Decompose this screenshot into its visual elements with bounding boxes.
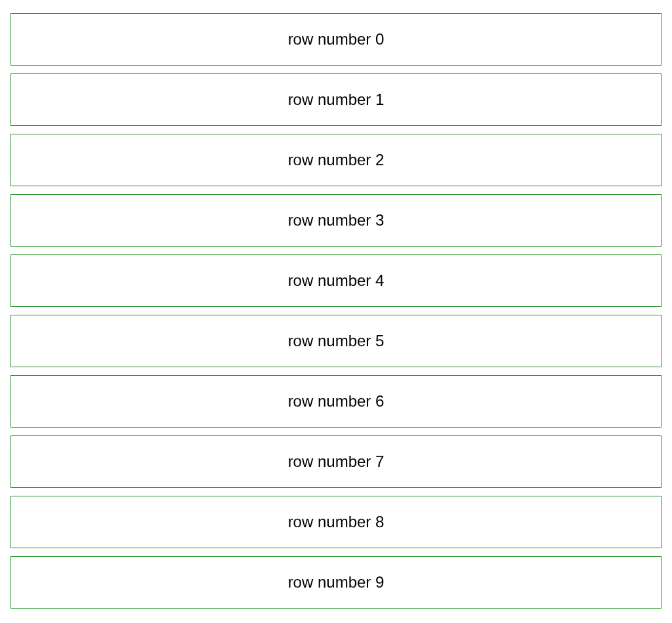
- row-label: row number 3: [288, 211, 385, 230]
- list-item: row number 7: [10, 435, 662, 488]
- row-label: row number 0: [288, 30, 385, 49]
- row-label: row number 7: [288, 452, 385, 471]
- list-item: row number 5: [10, 315, 662, 367]
- row-label: row number 1: [288, 90, 385, 109]
- row-label: row number 2: [288, 151, 385, 169]
- list-item: row number 0: [10, 13, 662, 66]
- row-list: row number 0 row number 1 row number 2 r…: [10, 13, 662, 609]
- row-label: row number 8: [288, 513, 385, 531]
- list-item: row number 4: [10, 254, 662, 307]
- row-label: row number 6: [288, 392, 385, 411]
- row-label: row number 9: [288, 573, 385, 592]
- list-item: row number 9: [10, 556, 662, 609]
- list-item: row number 2: [10, 134, 662, 186]
- list-item: row number 8: [10, 496, 662, 548]
- row-label: row number 4: [288, 271, 385, 290]
- list-item: row number 6: [10, 375, 662, 428]
- list-item: row number 3: [10, 194, 662, 247]
- row-label: row number 5: [288, 332, 385, 350]
- list-item: row number 1: [10, 73, 662, 126]
